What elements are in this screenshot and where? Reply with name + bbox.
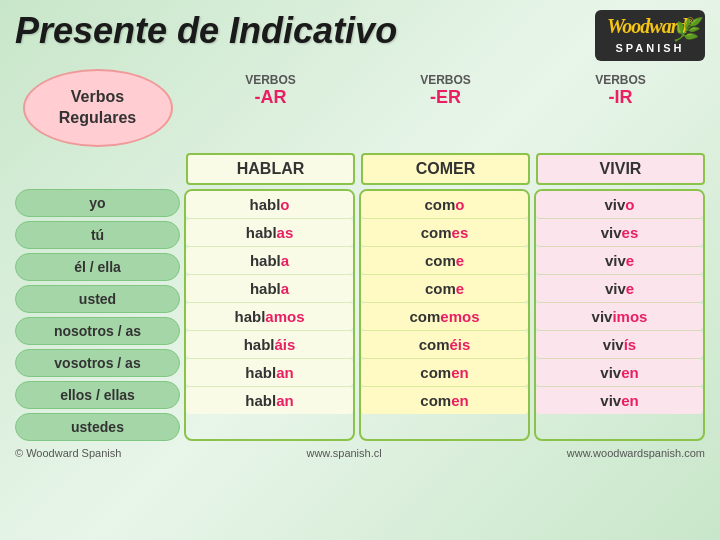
pronoun-usted: usted — [15, 285, 180, 313]
pronoun-tu: tú — [15, 221, 180, 249]
ar-vosotros: habláis — [186, 331, 353, 359]
pronoun-ellos: ellos / ellas — [15, 381, 180, 409]
ar-ellos: hablan — [186, 359, 353, 387]
pronoun-vosotros: vosotros / as — [15, 349, 180, 377]
er-vosotros: coméis — [361, 331, 528, 359]
ir-nosotros: vivimos — [536, 303, 703, 331]
header: Presente de Indicativo Woodward® 🌿 SPANI… — [15, 10, 705, 61]
er-ellos: comen — [361, 359, 528, 387]
col-header-ar: VERBOS -AR — [186, 69, 355, 147]
verb-name-vivir: VIVIR — [536, 153, 705, 185]
footer: © Woodward Spanish www.spanish.cl www.wo… — [15, 447, 705, 459]
er-usted: come — [361, 275, 528, 303]
footer-center: www.spanish.cl — [306, 447, 381, 459]
ar-el: habla — [186, 247, 353, 275]
footer-left: © Woodward Spanish — [15, 447, 121, 459]
er-nosotros: comemos — [361, 303, 528, 331]
er-el: come — [361, 247, 528, 275]
ir-el: vive — [536, 247, 703, 275]
footer-right: www.woodwardspanish.com — [567, 447, 705, 459]
logo-box: Woodward® 🌿 SPANISH — [595, 10, 705, 61]
conjugation-table: yo tú él / ella usted nosotros / as voso… — [15, 189, 705, 441]
logo-inner: Woodward® 🌿 SPANISH — [607, 15, 693, 56]
ir-tu: vives — [536, 219, 703, 247]
er-ustedes: comen — [361, 387, 528, 414]
ir-ustedes: viven — [536, 387, 703, 414]
verb-name-comer: COMER — [361, 153, 530, 185]
ir-usted: vive — [536, 275, 703, 303]
pronoun-nosotros: nosotros / as — [15, 317, 180, 345]
ir-conjugations: vivo vives vive vive vivimos vivís viven… — [534, 189, 705, 441]
pronoun-yo: yo — [15, 189, 180, 217]
verbos-regulares-oval: Verbos Regulares — [23, 69, 173, 147]
pronoun-el: él / ella — [15, 253, 180, 281]
verbos-regulares-label: Verbos Regulares — [59, 87, 136, 129]
ir-ellos: viven — [536, 359, 703, 387]
er-yo: como — [361, 191, 528, 219]
ir-vosotros: vivís — [536, 331, 703, 359]
ar-tu: hablas — [186, 219, 353, 247]
main-container: Presente de Indicativo Woodward® 🌿 SPANI… — [0, 0, 720, 540]
ar-nosotros: hablamos — [186, 303, 353, 331]
logo-sub: SPANISH — [615, 42, 684, 54]
verbos-regulares-cell: Verbos Regulares — [15, 69, 180, 147]
leaf-icon: 🌿 — [672, 17, 698, 43]
er-tu: comes — [361, 219, 528, 247]
ar-conjugations: hablo hablas habla habla hablamos hablái… — [184, 189, 355, 441]
page-title: Presente de Indicativo — [15, 10, 397, 52]
table-layout: Verbos Regulares VERBOS -AR VERBOS -ER V… — [15, 69, 705, 185]
logo-brand: Woodward® 🌿 — [607, 15, 693, 37]
verb-name-hablar: HABLAR — [186, 153, 355, 185]
er-conjugations: como comes come come comemos coméis come… — [359, 189, 530, 441]
pronoun-ustedes: ustedes — [15, 413, 180, 441]
verb-name-empty — [15, 153, 180, 185]
col-header-er: VERBOS -ER — [361, 69, 530, 147]
ar-ustedes: hablan — [186, 387, 353, 414]
col-header-ir: VERBOS -IR — [536, 69, 705, 147]
ar-yo: hablo — [186, 191, 353, 219]
ar-usted: habla — [186, 275, 353, 303]
ir-yo: vivo — [536, 191, 703, 219]
pronoun-column: yo tú él / ella usted nosotros / as voso… — [15, 189, 180, 441]
